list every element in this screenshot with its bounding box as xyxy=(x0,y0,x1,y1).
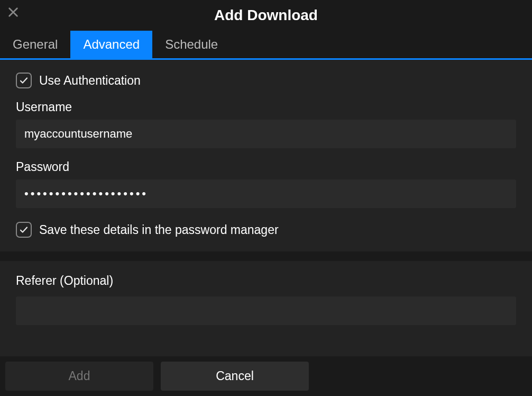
username-input[interactable] xyxy=(16,120,516,148)
section-separator xyxy=(0,251,532,261)
password-group: Password xyxy=(16,160,516,208)
tab-general[interactable]: General xyxy=(0,31,70,58)
password-input[interactable] xyxy=(16,179,516,208)
check-icon xyxy=(19,225,29,235)
save-details-label[interactable]: Save these details in the password manag… xyxy=(39,223,279,237)
username-group: Username xyxy=(16,100,516,148)
use-auth-row: Use Authentication xyxy=(16,73,516,88)
referer-input[interactable] xyxy=(16,296,516,325)
add-download-dialog: Add Download General Advanced Schedule U… xyxy=(0,0,532,396)
cancel-button[interactable]: Cancel xyxy=(161,362,309,391)
close-button[interactable] xyxy=(5,4,21,20)
tab-bar: General Advanced Schedule xyxy=(0,31,532,60)
tab-advanced[interactable]: Advanced xyxy=(70,31,152,58)
save-details-checkbox[interactable] xyxy=(16,222,32,238)
username-label: Username xyxy=(16,100,516,114)
use-auth-label[interactable]: Use Authentication xyxy=(39,74,141,88)
add-button[interactable]: Add xyxy=(5,362,153,391)
use-auth-checkbox[interactable] xyxy=(16,73,32,88)
title-bar: Add Download xyxy=(0,0,532,31)
dialog-title: Add Download xyxy=(214,7,318,24)
footer: Add Cancel xyxy=(0,356,532,396)
save-details-row: Save these details in the password manag… xyxy=(16,222,516,238)
check-icon xyxy=(19,76,29,85)
password-label: Password xyxy=(16,160,516,174)
referer-section: Referer (Optional) xyxy=(0,261,532,339)
auth-section: Use Authentication Username Password Sav… xyxy=(0,60,532,251)
tab-schedule[interactable]: Schedule xyxy=(152,31,231,58)
spacer xyxy=(0,339,532,356)
content-area: Use Authentication Username Password Sav… xyxy=(0,60,532,356)
close-icon xyxy=(7,6,19,18)
referer-label: Referer (Optional) xyxy=(16,274,516,288)
